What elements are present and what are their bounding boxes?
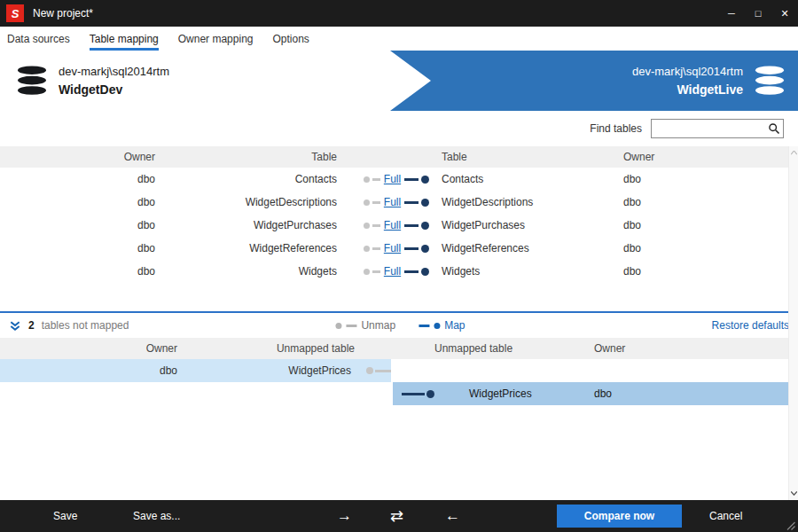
swap-direction-icon[interactable]: ⇄ — [390, 500, 403, 532]
owner-left: dbo — [0, 265, 164, 278]
table-row[interactable]: dbo Widgets Full Widgets dbo — [0, 260, 798, 283]
scroll-up-icon[interactable] — [790, 149, 798, 157]
mapped-grid-header: Owner Table Table Owner — [0, 146, 798, 168]
table-row[interactable]: dbo WidgetDescriptions Full WidgetDescri… — [0, 191, 798, 214]
owner-left: dbo — [0, 242, 164, 254]
save-button[interactable]: Save — [53, 500, 77, 532]
mapping-content: Owner Table Table Owner dbo Contacts Ful… — [0, 146, 798, 500]
tab-owner-mapping[interactable]: Owner mapping — [178, 27, 254, 51]
table-row[interactable]: dbo WidgetPurchases Full WidgetPurchases… — [0, 214, 798, 237]
data-sources-banner: dev-markj\sql2014rtm WidgetDev dev-markj… — [0, 51, 798, 111]
mapping-toggle[interactable]: Full — [364, 242, 429, 254]
unmap-icon — [335, 323, 341, 329]
find-bar: Find tables — [0, 111, 798, 146]
minimize-button[interactable]: ─ — [718, 0, 745, 27]
tab-bar: Data sources Table mapping Owner mapping… — [0, 27, 798, 51]
toggle-knob-icon — [421, 199, 429, 207]
owner: dbo — [0, 364, 186, 377]
table-right: Widgets — [434, 265, 616, 278]
map-left-to-right-icon[interactable]: → — [337, 500, 352, 532]
map-icon — [419, 325, 429, 327]
tab-table-mapping[interactable]: Table mapping — [90, 27, 159, 51]
unmapped-toggle-icon[interactable] — [393, 390, 442, 398]
unmap-button[interactable]: Unmap — [335, 319, 395, 332]
toggle-track-icon — [364, 200, 370, 206]
table-right: WidgetReferences — [434, 242, 616, 254]
toggle-knob-icon — [421, 268, 429, 276]
database-icon — [16, 66, 48, 96]
toggle-track-icon — [364, 269, 370, 275]
vertical-scrollbar[interactable] — [788, 146, 798, 500]
find-tables-label: Find tables — [590, 122, 642, 135]
close-button[interactable]: ✕ — [771, 0, 798, 27]
footer-toolbar: Save Save as... → ⇄ ← Compare now Cancel — [0, 500, 798, 532]
source-server-left: dev-markj\sql2014rtm — [59, 65, 169, 78]
toggle-knob-icon — [421, 176, 429, 184]
owner-left: dbo — [0, 219, 164, 231]
compare-now-button[interactable]: Compare now — [557, 505, 682, 528]
table-row[interactable]: dbo WidgetReferences Full WidgetReferenc… — [0, 237, 798, 260]
table-left: WidgetPurchases — [164, 219, 346, 231]
cancel-button[interactable]: Cancel — [709, 500, 742, 532]
tab-options[interactable]: Options — [272, 27, 309, 51]
unmapped-count-label: tables not mapped — [42, 319, 129, 332]
mapped-tables-grid: Owner Table Table Owner dbo Contacts Ful… — [0, 146, 798, 283]
scroll-down-icon[interactable] — [790, 489, 798, 497]
resize-grip[interactable] — [786, 521, 795, 530]
header-table-right: Table — [434, 151, 616, 163]
maximize-button[interactable]: □ — [745, 0, 771, 27]
mapping-toggle[interactable]: Full — [364, 219, 429, 231]
unmapped-count: 2 — [28, 319, 35, 332]
owner-right: dbo — [616, 265, 798, 278]
mapping-level-link[interactable]: Full — [383, 265, 402, 278]
mapping-level-link[interactable]: Full — [383, 173, 402, 185]
mapping-toggle[interactable]: Full — [364, 265, 429, 278]
mapping-level-link[interactable]: Full — [383, 196, 402, 208]
header-owner-left: Owner — [0, 151, 164, 163]
map-button[interactable]: Map — [419, 319, 465, 332]
header-unmapped-table-left: Unmapped table — [186, 342, 364, 355]
toggle-knob-icon — [421, 245, 429, 253]
unmapped-table: WidgetPrices — [186, 364, 364, 377]
table-row[interactable]: dbo Contacts Full Contacts dbo — [0, 168, 798, 191]
header-owner-right: Owner — [588, 342, 798, 355]
mapping-level-link[interactable]: Full — [383, 219, 402, 231]
unmapped-grid-header: Owner Unmapped table Unmapped table Owne… — [0, 338, 798, 359]
mapping-toggle[interactable]: Full — [364, 196, 429, 208]
table-right: WidgetPurchases — [434, 219, 616, 231]
table-left: Contacts — [164, 173, 346, 185]
save-as-button[interactable]: Save as... — [133, 500, 180, 532]
table-left: WidgetDescriptions — [164, 196, 346, 208]
mapping-toggle[interactable]: Full — [364, 173, 429, 185]
header-owner-left: Owner — [0, 342, 186, 355]
header-unmapped-table-right: Unmapped table — [393, 342, 588, 355]
unmapped-row-right-selected[interactable]: WidgetPrices dbo — [393, 382, 789, 405]
toggle-track-icon — [364, 246, 370, 252]
table-right: Contacts — [434, 173, 616, 185]
restore-defaults-link[interactable]: Restore defaults — [712, 319, 789, 332]
owner-left: dbo — [0, 173, 164, 185]
chevron-down-icon[interactable] — [9, 320, 21, 332]
unmapped-tables-grid: Owner Unmapped table Unmapped table Owne… — [0, 338, 798, 405]
tab-data-sources[interactable]: Data sources — [7, 27, 70, 51]
window-controls: ─ □ ✕ — [718, 0, 798, 27]
titlebar: S New project* ─ □ ✕ — [0, 0, 798, 27]
app-logo-icon: S — [6, 4, 24, 22]
table-left: Widgets — [164, 265, 346, 278]
header-table-left: Table — [164, 151, 346, 163]
source-server-right: dev-markj\sql2014rtm — [632, 65, 743, 78]
app-window: S New project* ─ □ ✕ Data sources Table … — [0, 0, 798, 532]
database-icon — [754, 66, 786, 96]
unmapped-row-left[interactable]: dbo WidgetPrices — [0, 359, 391, 382]
find-tables-input[interactable] — [657, 121, 768, 136]
owner-left: dbo — [0, 196, 164, 208]
owner: dbo — [588, 387, 789, 400]
mapping-level-link[interactable]: Full — [383, 242, 402, 254]
source-dbname-left: WidgetDev — [59, 82, 169, 97]
search-icon — [768, 122, 780, 135]
header-owner-right: Owner — [616, 151, 798, 163]
unmapped-table: WidgetPrices — [442, 387, 588, 400]
map-right-to-left-icon[interactable]: ← — [445, 500, 460, 532]
unmapped-toggle-icon[interactable] — [364, 367, 391, 374]
toggle-track-icon — [364, 176, 370, 183]
